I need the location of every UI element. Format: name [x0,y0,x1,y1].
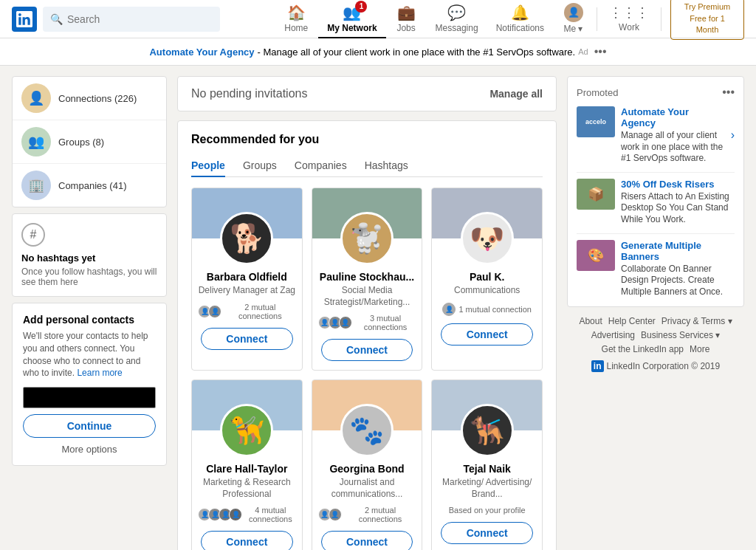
nav-item-work[interactable]: ⋮⋮⋮ Work [600,0,658,38]
recommendations-section: Recommended for you People Groups Compan… [177,120,557,550]
groups-thumb: 👥 [21,127,51,157]
tab-companies[interactable]: Companies [295,155,347,177]
learn-more-link[interactable]: Learn more [77,368,122,378]
invitations-text: No pending invitations [191,87,307,100]
footer-copyright: LinkedIn Corporation © 2019 [607,361,721,371]
promo-text-0: Automate Your Agency Manage all of your … [621,106,725,165]
footer-brand: in LinkedIn Corporation © 2019 [570,360,741,372]
footer-link-business[interactable]: Business Services ▾ [641,330,720,340]
promo-link-2[interactable]: Generate Multiple Banners [621,240,735,262]
manage-all-link[interactable]: Manage all [489,88,543,100]
contacts-section: Add personal contacts We'll store your c… [12,303,167,466]
footer-link-privacy[interactable]: Privacy & Terms ▾ [662,316,732,326]
connect-btn-4[interactable]: Connect [321,531,413,550]
name-0: Barbara Oldfield [192,271,302,283]
ad-banner: Automate Your Agency - Manage all of you… [0,38,756,66]
more-options[interactable]: More options [23,444,156,455]
promo-link-0[interactable]: Automate Your Agency [621,106,725,128]
nav-item-notifications[interactable]: 🔔 Notifications [487,0,553,38]
name-1: Pauline Stockhau... [312,271,422,283]
sidebar-item-groups[interactable]: 👥 Groups (8) [13,120,166,164]
ad-options-icon[interactable]: ••• [594,45,607,58]
promoted-box: Promoted ••• accelo Automate Your Agency… [567,76,744,307]
promo-thumb-1: 📦 [577,179,615,210]
promoted-dots-icon[interactable]: ••• [722,86,735,99]
messaging-label: Messaging [436,23,478,33]
sidebar-item-connections[interactable]: 👤 Connections (226) [13,77,166,120]
name-2: Paul K. [432,271,542,283]
footer-link-more[interactable]: More [690,344,709,354]
li-logo-icon: in [591,360,604,372]
promo-item-0[interactable]: accelo Automate Your Agency Manage all o… [577,106,735,165]
rec-title: Recommended for you [191,133,543,146]
premium-button[interactable]: Try Premium Free for 1 Month [670,0,744,40]
nav-item-me[interactable]: 👤 Me ▾ [553,0,594,38]
person-card-1: 🐩 Pauline Stockhau... Social Media Strat… [312,188,423,371]
main-content: No pending invitations Manage all Recomm… [177,76,557,550]
connect-btn-5[interactable]: Connect [441,522,533,544]
tab-groups[interactable]: Groups [243,155,277,177]
mutual-5: Based on your profile [432,506,542,515]
promo-divider-1 [577,233,735,234]
nav-divider [597,7,597,31]
person-card-3: 🦮 Clare Hall-Taylor Marketing & Research… [191,379,303,550]
name-3: Clare Hall-Taylor [192,463,302,475]
logo-icon [16,11,32,27]
promo-link-1[interactable]: 30% Off Desk Risers [621,179,735,190]
footer-links: About Help Center Privacy & Terms ▾ Adve… [567,316,744,372]
main-layout: 👤 Connections (226) 👥 Groups (8) 🏢 Compa… [0,66,756,550]
right-sidebar: Promoted ••• accelo Automate Your Agency… [567,76,744,550]
linkedin-logo[interactable] [12,7,37,32]
continue-button[interactable]: Continue [23,414,156,438]
tab-hashtags[interactable]: Hashtags [365,155,408,177]
footer-link-advertising[interactable]: Advertising [591,330,635,340]
ad-tag: Ad [578,47,588,56]
nav-item-mynetwork[interactable]: 👥1 My Network [318,0,385,38]
promo-divider-0 [577,172,735,173]
connections-thumb: 👤 [21,83,51,113]
connect-btn-3[interactable]: Connect [201,531,293,550]
avatar-3: 🦮 [220,404,273,457]
promo-thumb-0: accelo [577,106,615,137]
connect-btn-2[interactable]: Connect [441,323,533,346]
promo-desc-0: Manage all of your client work in one pl… [621,130,725,165]
title-0: Delivery Manager at Zag [192,285,302,297]
contacts-title: Add personal contacts [23,314,156,326]
title-3: Marketing & Research Professional [192,477,302,500]
person-card-4: 🐾 Georgina Bond Journalist and communica… [312,379,423,550]
promo-text-2: Generate Multiple Banners Collaborate On… [621,240,735,298]
sidebar-nav: 👤 Connections (226) 👥 Groups (8) 🏢 Compa… [12,76,167,207]
nav-item-home[interactable]: 🏠 Home [274,0,318,38]
promoted-title: Promoted [577,87,618,98]
footer-link-about[interactable]: About [579,316,602,326]
search-icon: 🔍 [50,13,63,25]
mutual-1: 👤 👤 👤 3 mutual connections [312,314,422,331]
topnav: 🔍 🏠 Home 👥1 My Network 💼 Jobs 💬 Messagin… [0,0,756,38]
email-input[interactable] [23,387,156,408]
nav-item-messaging[interactable]: 💬 Messaging [427,0,487,38]
promo-item-1[interactable]: 📦 30% Off Desk Risers Risers Attach to A… [577,179,735,226]
connect-btn-1[interactable]: Connect [321,339,413,361]
promo-arrow-0[interactable]: › [731,128,735,142]
search-input[interactable] [67,13,213,25]
work-icon: ⋮⋮⋮ [609,4,649,21]
ad-link[interactable]: Automate Your Agency [149,47,254,58]
left-sidebar: 👤 Connections (226) 👥 Groups (8) 🏢 Compa… [12,76,167,550]
mutual-avatars-0: 👤 👤 [198,305,221,318]
hashtag-desc: Once you follow hashtags, you will see t… [21,267,157,287]
connections-label: Connections (226) [58,93,137,104]
sidebar-item-companies[interactable]: 🏢 Companies (41) [13,164,166,207]
footer-link-helpcenter[interactable]: Help Center [608,316,656,326]
promo-desc-1: Risers Attach to An Existing Desktop So … [621,191,735,226]
footer-row-1: About Help Center Privacy & Terms ▾ [570,316,741,326]
tab-people[interactable]: People [191,155,225,177]
notifications-icon: 🔔 [511,4,529,21]
work-label: Work [619,22,639,32]
contacts-desc: We'll store your contacts to help you an… [23,330,156,379]
connect-btn-0[interactable]: Connect [201,328,293,350]
nav-item-jobs[interactable]: 💼 Jobs [386,0,427,38]
promo-item-2[interactable]: 🎨 Generate Multiple Banners Collaborate … [577,240,735,298]
footer-link-app[interactable]: Get the LinkedIn app [602,344,684,354]
search-bar[interactable]: 🔍 [43,7,220,32]
person-card-5: 🐕‍🦺 Tejal Naik Marketing/ Advertising/ B… [431,379,543,550]
